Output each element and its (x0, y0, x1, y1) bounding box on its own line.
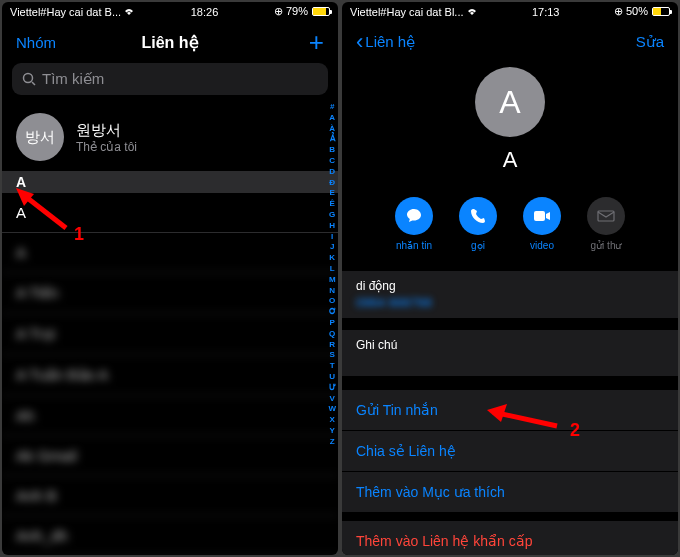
back-button[interactable]: ‹Liên hệ (356, 29, 415, 55)
nav-bar: Nhóm Liên hệ + (2, 21, 338, 63)
send-message-link[interactable]: Gửi Tin nhắn (342, 390, 678, 431)
add-favorite-link[interactable]: Thêm vào Mục ưa thích (342, 472, 678, 513)
edit-button[interactable]: Sửa (636, 33, 664, 51)
message-button[interactable]: nhắn tin (395, 197, 433, 251)
contact-list[interactable]: A A A Tiến A Trọi A Tuấn Bảo A Ah Ak Gma… (2, 193, 338, 555)
contact-row[interactable]: Anh_dh (2, 516, 338, 555)
my-card[interactable]: 방서 원방서 Thẻ của tôi (2, 103, 338, 171)
contact-row[interactable]: Anh B (2, 476, 338, 516)
phone-icon (470, 208, 486, 224)
groups-button[interactable]: Nhóm (16, 34, 56, 51)
phone-section[interactable]: di động 0964 888788 (342, 271, 678, 318)
page-title: Liên hệ (141, 33, 198, 52)
mobile-value[interactable]: 0964 888788 (356, 295, 664, 310)
battery-text: ⊕ 50% (614, 5, 648, 18)
add-contact-button[interactable]: + (309, 29, 324, 55)
svg-line-1 (32, 82, 35, 85)
mail-button: gửi thư (587, 197, 625, 251)
svg-rect-3 (598, 211, 614, 221)
video-icon (533, 210, 551, 222)
chevron-left-icon: ‹ (356, 29, 363, 55)
my-card-name: 원방서 (76, 121, 137, 140)
mail-icon (597, 210, 615, 222)
search-placeholder: Tìm kiếm (42, 70, 104, 88)
note-label: Ghi chú (356, 338, 664, 352)
avatar: 방서 (16, 113, 64, 161)
svg-point-0 (24, 74, 33, 83)
mobile-label: di động (356, 279, 664, 293)
battery-icon (652, 7, 670, 16)
add-emergency-link[interactable]: Thêm vào Liên hệ khẩn cấp (342, 521, 678, 555)
search-input[interactable]: Tìm kiếm (12, 63, 328, 95)
message-icon (405, 207, 423, 225)
wifi-icon (466, 7, 478, 16)
battery-icon (312, 7, 330, 16)
contact-row[interactable]: Ah (2, 396, 338, 436)
time-text: 17:13 (532, 6, 560, 18)
contact-name: A (503, 147, 518, 173)
contact-row[interactable]: A Tiến (2, 273, 338, 314)
carrier-text: Viettel#Hay cai dat Bl... (350, 6, 464, 18)
carrier-text: Viettel#Hay cai dat B... (10, 6, 121, 18)
battery-text: ⊕ 79% (274, 5, 308, 18)
my-card-sub: Thẻ của tôi (76, 140, 137, 154)
share-contact-link[interactable]: Chia sẻ Liên hệ (342, 431, 678, 472)
nav-bar: ‹Liên hệ Sửa (342, 21, 678, 63)
status-bar: Viettel#Hay cai dat Bl... 17:13 ⊕ 50% (342, 2, 678, 21)
contacts-list-screen: Viettel#Hay cai dat B... 18:26 ⊕ 79% Nhó… (2, 2, 338, 555)
avatar: A (475, 67, 545, 137)
video-button[interactable]: video (523, 197, 561, 251)
contact-detail-screen: Viettel#Hay cai dat Bl... 17:13 ⊕ 50% ‹L… (342, 2, 678, 555)
contact-row[interactable]: A Tuấn Bảo A (2, 355, 338, 396)
actions-bar: nhắn tin gọi video gửi thư (342, 183, 678, 265)
call-button[interactable]: gọi (459, 197, 497, 251)
time-text: 18:26 (191, 6, 219, 18)
contact-row[interactable]: Ak Gmail (2, 436, 338, 476)
section-header: A (2, 171, 338, 193)
contact-row[interactable]: A (2, 233, 338, 273)
svg-rect-2 (534, 211, 545, 221)
contact-row[interactable]: A Trọi (2, 314, 338, 355)
status-bar: Viettel#Hay cai dat B... 18:26 ⊕ 79% (2, 2, 338, 21)
contact-header: A A (342, 63, 678, 183)
alpha-index[interactable]: #AÀẢBCDĐEÊGHIJKLMNOƠPQRSTUƯVWXYZ (328, 102, 336, 448)
notes-section[interactable]: Ghi chú (342, 330, 678, 376)
search-icon (22, 72, 36, 86)
contact-row[interactable]: A (2, 193, 338, 233)
wifi-icon (123, 7, 135, 16)
